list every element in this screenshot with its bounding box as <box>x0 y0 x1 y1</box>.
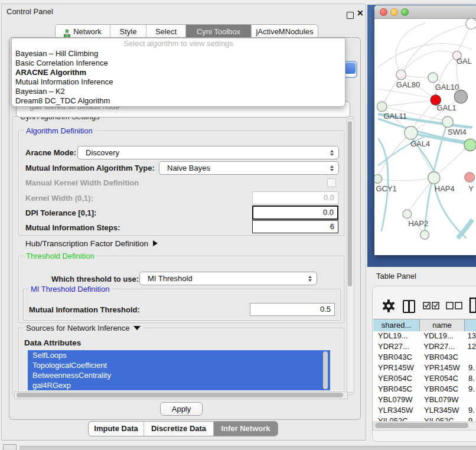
attribute-item[interactable]: SelfLoops <box>28 350 330 360</box>
dropdown-item[interactable]: Bayesian – Hill Climbing <box>12 49 345 58</box>
network-node[interactable] <box>466 18 476 30</box>
mi-steps-field[interactable]: 6 <box>252 220 338 233</box>
close-traffic-light[interactable] <box>380 8 387 16</box>
hub-definition-label: Hub/Transcription Factor Definition <box>25 239 148 248</box>
network-node[interactable] <box>420 230 429 239</box>
dropdown-item[interactable]: ARACNE Algorithm <box>12 68 345 77</box>
zoom-traffic-light[interactable] <box>401 8 409 16</box>
settings-horizontal-scrollbar[interactable] <box>14 392 348 399</box>
table-cell <box>465 353 476 363</box>
aracne-mode-value: Discovery <box>86 148 119 157</box>
kernel-width-field[interactable]: 0.0 <box>252 191 338 204</box>
dropdown-item[interactable]: Mutual Information Inference <box>12 77 345 87</box>
network-node[interactable] <box>428 172 440 184</box>
node-label: SWI4 <box>448 128 467 136</box>
mi-type-combo[interactable]: Naive Bayes <box>159 161 339 175</box>
network-window-titlebar[interactable] <box>374 5 476 19</box>
split-columns-icon[interactable] <box>403 300 415 313</box>
manual-kernel-label: Manual Kernel Width Definition <box>25 178 139 187</box>
network-node[interactable] <box>374 175 382 184</box>
network-node[interactable] <box>465 172 475 182</box>
table-horizontal-scrollbar[interactable] <box>373 422 476 431</box>
network-node[interactable] <box>428 73 438 83</box>
float-window-icon[interactable] <box>347 12 354 19</box>
table-cell: YER054C <box>373 374 420 384</box>
dropdown-item[interactable]: Dream8 DC_TDC Algorithm <box>12 96 345 106</box>
document-icon[interactable] <box>469 297 476 313</box>
settings-vertical-scrollbar[interactable] <box>347 119 354 393</box>
column-header-name[interactable]: name <box>420 319 465 332</box>
scrollbar-thumb[interactable] <box>375 423 468 428</box>
column-header-shared-name[interactable]: shared... <box>373 319 420 332</box>
tab-infer-network[interactable]: Infer Network <box>214 422 278 436</box>
aracne-mode-combo[interactable]: Discovery <box>77 146 339 159</box>
tab-select[interactable]: Select <box>146 25 186 38</box>
network-node[interactable] <box>464 139 476 151</box>
tab-discretize-data[interactable]: Discretize Data <box>144 422 214 436</box>
manual-kernel-checkbox[interactable] <box>327 178 336 187</box>
close-icon[interactable]: ✕ <box>357 8 364 18</box>
table-row[interactable]: YDL19...YDL19...13 <box>373 331 476 342</box>
tab-jactivemnodules[interactable]: jActiveMNodules <box>252 25 318 38</box>
table-row[interactable]: YBR045CYBR045C9. <box>373 384 476 395</box>
bottom-panel-edge <box>19 446 476 450</box>
network-node[interactable] <box>454 90 467 103</box>
node-table[interactable]: YDL19...YDL19...13YDR27...YDR27...12YBR0… <box>373 331 476 421</box>
unchecked-checkboxes-icon[interactable] <box>446 302 462 309</box>
gear-icon[interactable] <box>381 298 396 314</box>
spinner-arrows-icon <box>308 276 312 282</box>
attribute-item[interactable]: TopologicalCoefficient <box>28 360 330 370</box>
dropdown-placeholder: Select algorithm to view settings <box>12 38 345 49</box>
attribute-item[interactable]: BetweennessCentrality <box>28 370 330 380</box>
collapsed-panel-icon[interactable] <box>3 444 17 450</box>
dropdown-item[interactable]: Bayesian – K2 <box>12 87 345 96</box>
table-cell: YIL052C <box>420 416 465 421</box>
dropdown-item[interactable]: Basic Correlation Inference <box>12 58 345 68</box>
minimize-traffic-light[interactable] <box>390 8 398 16</box>
node-label: HAP4 <box>435 184 455 193</box>
algorithm-dropdown-list: Bayesian – Hill ClimbingBasic Correlatio… <box>12 49 345 106</box>
table-cell: YDL19... <box>419 331 464 342</box>
table-cell: 9 <box>465 416 476 421</box>
group-title: Algorithm Definition <box>24 126 95 135</box>
table-cell: YBR043C <box>420 353 465 363</box>
network-node[interactable] <box>403 210 412 219</box>
dpi-tolerance-field[interactable]: 0.0 <box>252 206 338 220</box>
list-scrollbar-thumb[interactable] <box>323 351 328 389</box>
scrollbar-thumb[interactable] <box>348 121 352 286</box>
checked-checkboxes-icon[interactable] <box>423 302 439 309</box>
tab-impute-data[interactable]: Impute Data <box>89 422 144 436</box>
which-threshold-value: MI Threshold <box>148 274 193 283</box>
hub-definition-toggle[interactable]: Hub/Transcription Factor Definition <box>25 239 158 248</box>
table-cell: 8. <box>465 374 476 384</box>
table-row[interactable]: YBR043CYBR043C <box>373 353 476 363</box>
table-row[interactable]: YIL052CYIL052C9 <box>373 416 476 421</box>
network-node[interactable] <box>442 116 454 128</box>
tab-label: Style <box>120 25 137 38</box>
tab-style[interactable]: Style <box>110 25 146 38</box>
table-cell: 9. <box>465 384 476 395</box>
table-row[interactable]: YER054CYER054C8. <box>373 374 476 384</box>
network-node[interactable] <box>396 70 406 80</box>
network-node[interactable] <box>377 102 387 112</box>
group-title: MI Threshold Definition <box>28 285 112 294</box>
network-canvas[interactable]: GALGAL80GAL10GAL1GAL11SWI4GAL4GCY1HAP4YH… <box>374 18 476 255</box>
tab-cyni-toolbox[interactable]: Cyni Toolbox <box>186 25 252 38</box>
spinner-arrows-icon <box>330 150 334 156</box>
column-header-partial[interactable] <box>465 319 476 332</box>
data-attributes-list[interactable]: SelfLoopsTopologicalCoefficientBetweenne… <box>28 350 330 390</box>
attribute-item[interactable]: gal4RGexp <box>28 380 330 390</box>
table-row[interactable]: YLR345WYLR345W9. <box>373 406 476 416</box>
apply-button[interactable]: Apply <box>160 402 203 416</box>
tab-network[interactable]: Network <box>56 25 110 38</box>
kernel-width-label: Kernel Width (0,1): <box>25 194 93 203</box>
which-threshold-combo[interactable]: MI Threshold <box>139 272 317 285</box>
network-node[interactable] <box>405 126 418 139</box>
scrollbar-thumb[interactable] <box>17 393 343 397</box>
table-row[interactable]: YBL079WYBL079W <box>373 395 476 406</box>
mi-threshold-field[interactable]: 0.5 <box>250 303 335 316</box>
table-row[interactable]: YDR27...YDR27...12 <box>373 342 476 353</box>
node-label: Y <box>468 184 474 193</box>
table-row[interactable]: YPR145WYPR145W9. <box>373 363 476 374</box>
node-label: GAL <box>457 57 472 66</box>
